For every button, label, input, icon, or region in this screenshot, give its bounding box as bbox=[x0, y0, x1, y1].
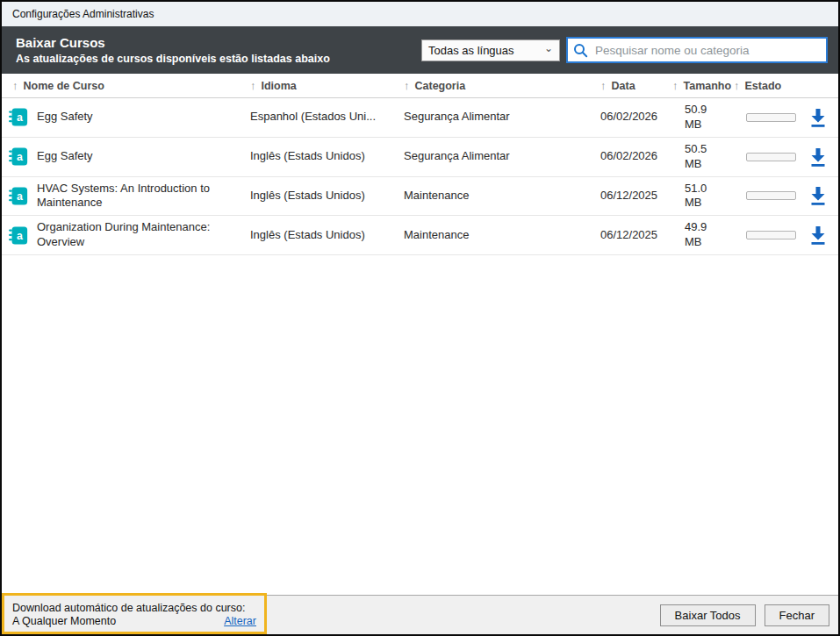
course-category: Segurança Alimentar bbox=[404, 110, 600, 125]
course-language: Espanhol (Estados Uni... bbox=[250, 110, 404, 125]
empty-list-area bbox=[2, 255, 838, 595]
course-size: 49.9 MB bbox=[672, 220, 734, 250]
course-category: Maintenance bbox=[404, 228, 600, 243]
download-icon[interactable] bbox=[808, 146, 828, 168]
course-table-body: a Egg Safety Espanhol (Estados Uni... Se… bbox=[2, 98, 838, 255]
course-row: a Egg Safety Inglês (Estads Unidos) Segu… bbox=[2, 138, 838, 177]
sort-asc-icon: ↑ bbox=[404, 79, 410, 92]
course-row: a Organization During Maintenance: Overv… bbox=[2, 216, 838, 255]
course-app-icon: a bbox=[9, 225, 28, 246]
column-header-name[interactable]: ↑ Nome de Curso bbox=[9, 79, 250, 92]
course-row: a Egg Safety Espanhol (Estados Uni... Se… bbox=[2, 98, 838, 138]
download-icon[interactable] bbox=[808, 107, 828, 128]
download-progress-bar bbox=[746, 191, 796, 200]
course-language: Inglês (Estads Unidos) bbox=[250, 189, 404, 204]
window-title-bar: Configurações Administrativas bbox=[2, 2, 838, 26]
course-name: Organization During Maintenance: Overvie… bbox=[37, 220, 250, 250]
language-filter-value: Todas as línguas bbox=[428, 44, 514, 57]
table-header: ↑ Nome de Curso ↑ Idioma ↑ Categoria ↑ D… bbox=[2, 74, 838, 98]
toolbar-controls: Todas as línguas ⌄ bbox=[421, 37, 828, 63]
sort-asc-icon: ↑ bbox=[12, 79, 18, 92]
course-date: 06/02/2026 bbox=[600, 110, 672, 125]
column-header-label: Estado bbox=[745, 80, 782, 92]
column-header-label: Nome de Curso bbox=[24, 80, 104, 92]
column-header-category[interactable]: ↑ Categoria bbox=[404, 79, 600, 92]
page-header: Baixar Cursos As atualizações de cursos … bbox=[2, 26, 838, 74]
search-input[interactable] bbox=[593, 43, 821, 58]
column-header-size[interactable]: ↑ Tamanho bbox=[672, 79, 734, 92]
sort-asc-icon: ↑ bbox=[600, 79, 607, 92]
page-subtitle: As atualizações de cursos disponíveis es… bbox=[16, 53, 330, 66]
course-category: Maintenance bbox=[404, 189, 600, 204]
download-progress-bar bbox=[746, 231, 796, 239]
course-size: 51.0 MB bbox=[672, 182, 734, 211]
course-date: 06/12/2025 bbox=[600, 189, 672, 204]
svg-text:a: a bbox=[17, 190, 23, 203]
course-row: a HVAC Systems: An Introduction to Maint… bbox=[2, 177, 838, 217]
footer-bar: Download automático de atualizações do c… bbox=[2, 595, 838, 634]
course-app-icon: a bbox=[9, 107, 28, 127]
svg-text:a: a bbox=[17, 111, 23, 124]
change-link[interactable]: Alterar bbox=[224, 615, 256, 627]
download-icon[interactable] bbox=[808, 185, 828, 206]
auto-download-annotation: Download automático de atualizações do c… bbox=[2, 593, 267, 634]
column-header-language[interactable]: ↑ Idioma bbox=[250, 79, 404, 92]
chevron-down-icon: ⌄ bbox=[544, 43, 553, 54]
download-progress-bar bbox=[746, 113, 796, 122]
column-header-label: Categoria bbox=[415, 80, 466, 92]
course-date: 06/02/2026 bbox=[600, 149, 672, 164]
course-app-icon: a bbox=[9, 146, 28, 167]
column-header-label: Data bbox=[612, 80, 635, 92]
course-language: Inglês (Estads Unidos) bbox=[250, 228, 404, 243]
course-category: Segurança Alimentar bbox=[404, 149, 600, 164]
page-title: Baixar Cursos bbox=[16, 35, 330, 51]
course-name: Egg Safety bbox=[37, 110, 250, 125]
auto-download-label: Download automático de atualizações do c… bbox=[12, 602, 256, 614]
search-box bbox=[566, 37, 828, 63]
course-date: 06/12/2025 bbox=[600, 228, 672, 243]
close-button[interactable]: Fechar bbox=[765, 604, 829, 626]
svg-text:a: a bbox=[17, 230, 23, 242]
column-header-label: Tamanho bbox=[684, 80, 732, 92]
svg-text:a: a bbox=[17, 151, 23, 163]
sort-asc-icon: ↑ bbox=[734, 79, 740, 92]
column-header-label: Idioma bbox=[262, 80, 297, 92]
course-name: HVAC Systems: An Introduction to Mainten… bbox=[37, 182, 250, 211]
admin-settings-window: Configurações Administrativas Baixar Cur… bbox=[0, 0, 840, 636]
course-app-icon: a bbox=[9, 186, 28, 206]
download-all-button[interactable]: Baixar Todos bbox=[660, 604, 756, 626]
download-progress-bar bbox=[746, 153, 796, 161]
course-size: 50.5 MB bbox=[672, 142, 734, 172]
search-icon bbox=[573, 43, 588, 58]
course-language: Inglês (Estads Unidos) bbox=[250, 149, 404, 164]
column-header-status[interactable]: ↑ Estado bbox=[734, 79, 838, 92]
language-filter-select[interactable]: Todas as línguas ⌄ bbox=[421, 39, 560, 61]
course-size: 50.9 MB bbox=[672, 103, 734, 132]
auto-download-value: A Qualquer Momento bbox=[12, 615, 116, 627]
download-icon[interactable] bbox=[808, 225, 828, 246]
page-header-text: Baixar Cursos As atualizações de cursos … bbox=[16, 35, 330, 66]
column-header-date[interactable]: ↑ Data bbox=[600, 79, 672, 92]
sort-asc-icon: ↑ bbox=[672, 79, 678, 92]
sort-asc-icon: ↑ bbox=[250, 79, 256, 92]
window-title: Configurações Administrativas bbox=[12, 8, 154, 20]
course-name: Egg Safety bbox=[37, 149, 250, 164]
